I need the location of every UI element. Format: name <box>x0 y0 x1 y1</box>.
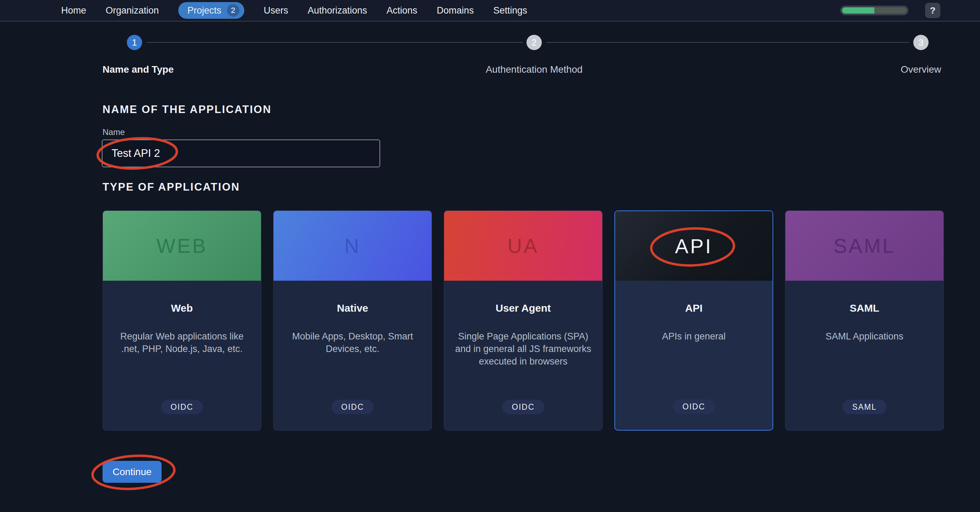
card-saml-letters: SAML <box>834 234 896 257</box>
card-web-banner: WEB <box>103 211 261 281</box>
card-web-body: Web Regular Web applications like .net, … <box>103 281 261 430</box>
card-web[interactable]: WEB Web Regular Web applications like .n… <box>102 211 261 431</box>
nav-menu: Home Organization Projects 2 Users Autho… <box>61 2 527 19</box>
card-native-letters: N <box>344 234 361 257</box>
card-description: Regular Web applications like .net, PHP,… <box>113 330 251 355</box>
card-native-body: Native Mobile Apps, Desktop, Smart Devic… <box>274 281 432 430</box>
card-web-letters: WEB <box>156 234 207 257</box>
card-description: SAML Applications <box>826 330 903 343</box>
usage-progress-fill <box>842 7 874 14</box>
card-title: API <box>685 302 702 314</box>
projects-count-badge: 2 <box>227 4 239 17</box>
card-protocol-badge: OIDC <box>673 399 715 414</box>
step-2-indicator[interactable]: 2 <box>527 35 542 50</box>
card-protocol-badge: OIDC <box>331 400 374 414</box>
card-api-banner: API <box>615 211 773 281</box>
card-description: Mobile Apps, Desktop, Smart Devices, etc… <box>283 330 422 355</box>
top-nav: Home Organization Projects 2 Users Autho… <box>0 0 980 22</box>
step-2-label: Authentication Method <box>486 64 583 75</box>
nav-item-projects-label: Projects <box>187 5 221 16</box>
help-button[interactable]: ? <box>925 3 940 18</box>
nav-item-actions[interactable]: Actions <box>387 5 417 16</box>
card-description: Single Page Applications (SPA) and in ge… <box>454 330 592 368</box>
step-3-label: Overview <box>901 64 942 75</box>
step-1-indicator[interactable]: 1 <box>127 35 142 50</box>
nav-item-users[interactable]: Users <box>264 5 288 16</box>
card-title: User Agent <box>496 302 551 314</box>
nav-item-home[interactable]: Home <box>61 5 86 16</box>
card-user-agent[interactable]: UA User Agent Single Page Applications (… <box>444 211 603 431</box>
nav-item-settings[interactable]: Settings <box>493 5 527 16</box>
usage-progress-bar <box>840 6 908 15</box>
type-section-title: TYPE OF APPLICATION <box>102 181 240 193</box>
nav-item-projects[interactable]: Projects 2 <box>178 2 244 19</box>
card-api-selected[interactable]: API API APIs in general OIDC <box>614 211 773 431</box>
app-root: Home Organization Projects 2 Users Autho… <box>0 0 980 512</box>
step-1-label: Name and Type <box>102 64 174 75</box>
card-title: Web <box>171 302 193 314</box>
card-protocol-badge: OIDC <box>161 400 203 414</box>
card-saml[interactable]: SAML SAML SAML Applications SAML <box>785 211 944 431</box>
card-native[interactable]: N Native Mobile Apps, Desktop, Smart Dev… <box>273 211 432 431</box>
card-user-agent-letters: UA <box>508 234 539 257</box>
stepper-line-2 <box>546 42 909 43</box>
nav-right-controls: ? <box>840 3 940 18</box>
card-title: SAML <box>850 302 879 314</box>
card-user-agent-body: User Agent Single Page Applications (SPA… <box>444 281 602 430</box>
card-protocol-badge: SAML <box>842 400 886 414</box>
card-title: Native <box>337 302 368 314</box>
nav-item-authorizations[interactable]: Authorizations <box>307 5 367 16</box>
application-name-input[interactable] <box>102 139 380 167</box>
name-field-label: Name <box>102 127 125 137</box>
card-api-body: API APIs in general OIDC <box>615 281 773 430</box>
step-3-indicator[interactable]: 3 <box>913 35 929 50</box>
card-description: APIs in general <box>662 330 725 343</box>
card-api-letters: API <box>675 234 713 258</box>
nav-item-domains[interactable]: Domains <box>437 5 474 16</box>
nav-item-organization[interactable]: Organization <box>106 5 159 16</box>
card-saml-banner: SAML <box>785 211 943 281</box>
stepper-line-1 <box>146 42 523 43</box>
card-protocol-badge: OIDC <box>502 400 544 414</box>
continue-button[interactable]: Continue <box>102 461 162 483</box>
application-type-cards: WEB Web Regular Web applications like .n… <box>102 211 944 431</box>
card-user-agent-banner: UA <box>444 211 602 281</box>
card-saml-body: SAML SAML Applications SAML <box>785 281 943 430</box>
name-section-title: NAME OF THE APPLICATION <box>102 103 271 116</box>
card-native-banner: N <box>274 211 432 281</box>
